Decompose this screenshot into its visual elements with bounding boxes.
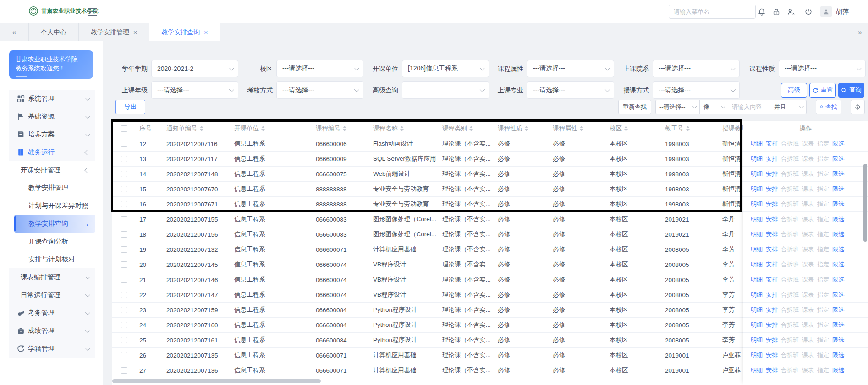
action-detail[interactable]: 明细 bbox=[751, 155, 763, 163]
action-arrange[interactable]: 安排 bbox=[766, 336, 778, 344]
sort-desc-icon[interactable] bbox=[624, 129, 628, 131]
col-header-course-category[interactable]: 课程类别 bbox=[439, 125, 494, 133]
filter-select-class-grade[interactable]: ---请选择--- bbox=[151, 81, 238, 99]
sidebar-item-training-plan[interactable]: 培养方案 bbox=[9, 125, 95, 143]
horizontal-scrollbar[interactable] bbox=[112, 379, 321, 383]
action-arrange[interactable]: 安排 bbox=[766, 200, 778, 208]
action-arrange[interactable]: 安排 bbox=[766, 185, 778, 193]
sidebar-item-basic-resource[interactable]: 基础资源 bbox=[9, 108, 95, 125]
sort-asc-icon[interactable] bbox=[400, 126, 404, 128]
column-settings-icon[interactable] bbox=[851, 100, 865, 114]
sort-desc-icon[interactable] bbox=[400, 129, 404, 131]
filter-select-class-dept[interactable]: ---请选择--- bbox=[653, 60, 740, 77]
sort-desc-icon[interactable] bbox=[580, 129, 583, 131]
user-switch-icon[interactable] bbox=[786, 7, 796, 16]
advanced-button[interactable]: 高级 bbox=[781, 83, 807, 98]
tab-close-icon[interactable]: × bbox=[133, 29, 137, 36]
bell-icon[interactable] bbox=[757, 7, 766, 16]
filter-select-assess-mode[interactable]: ---请选择--- bbox=[276, 81, 363, 99]
sort-asc-icon[interactable] bbox=[261, 126, 265, 128]
sort-desc-icon[interactable] bbox=[525, 129, 528, 131]
row-checkbox[interactable] bbox=[121, 337, 127, 343]
menu-search-box[interactable] bbox=[669, 5, 756, 19]
sort-desc-icon[interactable] bbox=[200, 129, 203, 131]
sort-icons[interactable] bbox=[400, 126, 404, 131]
row-checkbox[interactable] bbox=[121, 201, 127, 207]
sidebar-item-teach-arrange-mgmt[interactable]: 教学安排管理 bbox=[9, 179, 95, 197]
row-checkbox[interactable] bbox=[121, 141, 127, 147]
sort-icons[interactable] bbox=[525, 126, 528, 131]
action-restrict[interactable]: 限选 bbox=[832, 306, 844, 314]
filter-select-class-major[interactable]: ---请选择--- bbox=[527, 81, 614, 99]
row-checkbox[interactable] bbox=[121, 277, 127, 283]
sidebar-item-grade-mgmt[interactable]: 成绩管理 bbox=[9, 322, 95, 340]
find-input[interactable] bbox=[732, 103, 766, 110]
row-checkbox[interactable] bbox=[121, 307, 127, 313]
action-detail[interactable]: 明细 bbox=[751, 215, 763, 223]
sidebar-item-arrange-plan-check[interactable]: 安排与计划核对 bbox=[9, 250, 95, 268]
sort-icons[interactable] bbox=[200, 126, 203, 131]
sidebar-item-daily-operation-mgmt[interactable]: 日常运行管理 bbox=[9, 286, 95, 304]
filter-select-course-attribute[interactable]: ---请选择--- bbox=[527, 60, 614, 77]
action-restrict[interactable]: 限选 bbox=[832, 245, 844, 254]
col-header-campus[interactable]: 校区 bbox=[606, 125, 661, 133]
row-checkbox[interactable] bbox=[121, 171, 127, 177]
sort-asc-icon[interactable] bbox=[525, 126, 528, 128]
action-restrict[interactable]: 限选 bbox=[832, 336, 844, 344]
action-arrange[interactable]: 安排 bbox=[766, 140, 778, 148]
tab-personal-center[interactable]: 个人中心 bbox=[29, 23, 79, 41]
sort-icons[interactable] bbox=[261, 126, 265, 131]
action-detail[interactable]: 明细 bbox=[751, 306, 763, 314]
col-header-course-nature[interactable]: 课程性质 bbox=[494, 125, 549, 133]
tab-teach-arrange-mgmt[interactable]: 教学安排管理× bbox=[79, 23, 149, 41]
username[interactable]: 胡萍 bbox=[836, 8, 849, 16]
query-button[interactable]: 查询 bbox=[838, 83, 864, 98]
col-header-course-name[interactable]: 课程名称 bbox=[369, 125, 439, 133]
sidebar-item-plan-course-diff[interactable]: 计划与开课差异对照 bbox=[9, 197, 95, 215]
reset-button[interactable]: 重置 bbox=[809, 83, 836, 98]
row-checkbox[interactable] bbox=[121, 367, 127, 374]
action-detail[interactable]: 明细 bbox=[751, 336, 763, 344]
action-restrict[interactable]: 限选 bbox=[832, 276, 844, 284]
action-detail[interactable]: 明细 bbox=[751, 185, 763, 193]
sort-asc-icon[interactable] bbox=[343, 126, 346, 128]
tabs-scroll-left[interactable]: « bbox=[0, 23, 29, 41]
action-restrict[interactable]: 限选 bbox=[832, 170, 844, 178]
sort-asc-icon[interactable] bbox=[469, 126, 473, 128]
col-header-teacher[interactable]: 授课教师 bbox=[719, 125, 745, 133]
row-checkbox[interactable] bbox=[121, 261, 127, 268]
sort-icons[interactable] bbox=[624, 126, 628, 131]
row-checkbox[interactable] bbox=[121, 186, 127, 192]
action-detail[interactable]: 明细 bbox=[751, 291, 763, 299]
sidebar-item-course-arrange-mgmt[interactable]: 开课安排管理 bbox=[9, 161, 95, 179]
power-icon[interactable] bbox=[804, 7, 813, 16]
sidebar-item-course-query-analysis[interactable]: 开课查询分析 bbox=[9, 233, 95, 250]
find-button[interactable]: 查找 bbox=[816, 100, 841, 114]
sidebar-item-system-mgmt[interactable]: 系统管理 bbox=[9, 90, 95, 108]
action-arrange[interactable]: 安排 bbox=[766, 230, 778, 239]
export-button[interactable]: 导出 bbox=[115, 100, 145, 114]
action-arrange[interactable]: 安排 bbox=[766, 351, 778, 359]
action-detail[interactable]: 明细 bbox=[751, 260, 763, 269]
find-logic-select[interactable]: 并且 bbox=[770, 100, 807, 114]
lock-icon[interactable] bbox=[772, 7, 781, 16]
vertical-scrollbar[interactable] bbox=[863, 164, 867, 242]
sort-desc-icon[interactable] bbox=[469, 129, 473, 131]
sidebar-item-timetable-mgmt[interactable]: 课表编排管理 bbox=[9, 268, 95, 286]
action-arrange[interactable]: 安排 bbox=[766, 170, 778, 178]
col-header-staff-no[interactable]: 教工号 bbox=[661, 125, 719, 133]
sort-desc-icon[interactable] bbox=[261, 129, 265, 131]
col-header-department[interactable]: 开课单位 bbox=[231, 125, 312, 133]
sidebar-item-student-status-mgmt[interactable]: 学籍管理 bbox=[9, 340, 95, 358]
filter-select-term[interactable]: 2020-2021-2 bbox=[151, 60, 238, 77]
row-checkbox[interactable] bbox=[121, 216, 127, 222]
sort-icons[interactable] bbox=[343, 126, 346, 131]
filter-select-course-nature[interactable]: ---请选择--- bbox=[779, 60, 866, 77]
sort-asc-icon[interactable] bbox=[200, 126, 203, 128]
action-detail[interactable]: 明细 bbox=[751, 170, 763, 178]
action-restrict[interactable]: 限选 bbox=[832, 291, 844, 299]
row-checkbox[interactable] bbox=[121, 322, 127, 328]
tab-close-icon[interactable]: × bbox=[204, 29, 208, 36]
sidebar-collapse-icon[interactable] bbox=[87, 7, 98, 17]
row-checkbox[interactable] bbox=[121, 156, 127, 162]
